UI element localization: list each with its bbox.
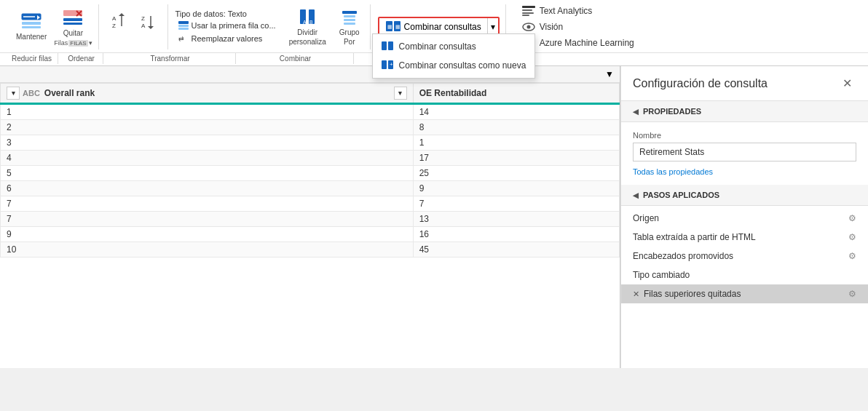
vision-icon xyxy=(522,22,535,32)
right-panel-title: Configuración de consulta xyxy=(633,77,768,90)
quitar-label: Quitar xyxy=(63,29,83,37)
table-row[interactable]: 1 14 xyxy=(1,104,620,120)
cell-overall-rank: 4 xyxy=(1,151,414,166)
mantener-quitar-col: Mantener xyxy=(12,11,51,43)
svg-rect-2 xyxy=(22,22,41,25)
mantener-button[interactable]: Mantener xyxy=(12,11,51,43)
cell-overall-rank: 10 xyxy=(1,242,414,258)
paso-item[interactable]: Origen ⚙ xyxy=(621,209,868,228)
propiedades-label: PROPIEDADES xyxy=(643,107,701,116)
quitar-button[interactable]: Quitar xyxy=(58,7,87,39)
paso-item[interactable]: Tipo cambiado xyxy=(621,266,868,284)
personalizada-label: personaliza xyxy=(289,38,326,46)
combinar-consultas-menu-item[interactable]: Combinar consultas xyxy=(373,37,535,56)
paso-item[interactable]: Tabla extraída a partir de HTML ⚙ xyxy=(621,228,868,247)
collapse-button[interactable]: ▼ xyxy=(601,68,618,81)
text-analytics-icon xyxy=(522,6,535,16)
table-row[interactable]: 4 17 xyxy=(1,151,620,166)
paso-label: Tipo cambiado xyxy=(633,270,690,280)
svg-rect-36 xyxy=(388,41,393,50)
cell-oe-rentabilidad: 1 xyxy=(413,135,619,151)
svg-text:Z: Z xyxy=(141,15,145,22)
col-filter-btn[interactable]: ▾ xyxy=(394,87,407,100)
ordenar-az-button[interactable]: A Z _ xyxy=(106,11,133,43)
grupo-icon xyxy=(341,8,358,27)
cell-overall-rank: 3 xyxy=(1,135,414,151)
cell-oe-rentabilidad: 16 xyxy=(413,227,619,242)
svg-rect-27 xyxy=(342,11,357,14)
dividir-icon: A B xyxy=(299,8,316,27)
cell-overall-rank: 7 xyxy=(1,212,414,227)
todas-propiedades-link[interactable]: Todas las propiedades xyxy=(633,167,856,176)
svg-text:A: A xyxy=(141,23,146,29)
table-row[interactable]: 10 45 xyxy=(1,242,620,258)
pasos-list: Origen ⚙ Tabla extraída a partir de HTML… xyxy=(621,206,868,306)
primera-fila-button[interactable]: Usar la primera fila co... xyxy=(175,20,279,31)
cell-oe-rentabilidad: 17 xyxy=(413,151,619,166)
nombre-input[interactable] xyxy=(633,143,856,161)
table-row[interactable]: 9 16 xyxy=(1,227,620,242)
paso-x-icon: ✕ xyxy=(633,290,639,299)
por-label: Por xyxy=(344,38,355,46)
azure-ml-item[interactable]: Azure Machine Learning xyxy=(519,36,637,49)
section-propiedades-header[interactable]: ◀ PROPIEDADES xyxy=(621,101,868,122)
filter-dropdown-btn[interactable]: ▾ xyxy=(7,87,20,100)
svg-rect-19 xyxy=(178,21,189,24)
col-header-oe-rentabilidad[interactable]: OE Rentabilidad xyxy=(413,84,619,104)
mantener-icon xyxy=(21,13,42,31)
combinar-menu-icon xyxy=(382,41,393,52)
paso-item[interactable]: ✕ Filas superiores quitadas ⚙ xyxy=(621,284,868,303)
table-wrapper[interactable]: ▾ ABC Overall rank ▾ OE Rentabilidad 1 xyxy=(0,83,620,368)
table-header-row: ▾ ABC Overall rank ▾ OE Rentabilidad xyxy=(1,84,620,104)
svg-rect-21 xyxy=(178,28,189,30)
cell-overall-rank: 5 xyxy=(1,166,414,181)
svg-rect-40 xyxy=(522,6,535,8)
paso-gear-icon[interactable]: ⚙ xyxy=(848,213,856,223)
right-panel: Configuración de consulta ✕ ◀ PROPIEDADE… xyxy=(620,66,868,368)
svg-text:▦: ▦ xyxy=(387,24,392,29)
close-panel-button[interactable]: ✕ xyxy=(838,75,856,92)
svg-rect-42 xyxy=(522,12,534,14)
table-row[interactable]: 7 7 xyxy=(1,196,620,212)
combinar-como-nueva-menu-item[interactable]: + Combinar consultas como nueva xyxy=(373,56,535,75)
grupo-button[interactable]: Grupo Por xyxy=(335,6,364,48)
paso-item[interactable]: Encabezados promovidos ⚙ xyxy=(621,247,868,266)
paso-gear-icon[interactable]: ⚙ xyxy=(848,232,856,242)
table-row[interactable]: 2 8 xyxy=(1,120,620,135)
svg-text:Z: Z xyxy=(112,23,116,29)
table-body: 1 14 2 8 3 1 4 17 5 25 6 9 7 7 7 13 9 16… xyxy=(1,104,620,258)
ordenar-za-button[interactable]: Z A _ xyxy=(135,11,162,43)
cell-oe-rentabilidad: 13 xyxy=(413,212,619,227)
paso-label: Origen xyxy=(633,213,659,223)
table-row[interactable]: 7 13 xyxy=(1,212,620,227)
dividir-button[interactable]: A B Dividir personaliza xyxy=(285,6,331,48)
svg-rect-8 xyxy=(63,23,82,25)
svg-marker-18 xyxy=(148,26,154,29)
svg-text:⇄: ⇄ xyxy=(178,35,184,42)
table-row[interactable]: 5 25 xyxy=(1,166,620,181)
combinar-icon: ▦ ▦ xyxy=(385,20,401,33)
svg-rect-7 xyxy=(63,18,82,21)
propiedades-arrow-icon: ◀ xyxy=(633,108,639,116)
svg-text:B: B xyxy=(309,20,313,25)
section-pasos-header[interactable]: ◀ PASOS APLICADOS xyxy=(621,185,868,206)
reemplazar-button[interactable]: ⇄ Reemplazar valores xyxy=(175,33,279,44)
cell-overall-rank: 1 xyxy=(1,104,414,120)
table-row[interactable]: 3 1 xyxy=(1,135,620,151)
toolbar: Mantener Quitar xyxy=(0,0,868,66)
svg-text:+: + xyxy=(390,61,393,68)
paso-gear-icon[interactable]: ⚙ xyxy=(848,251,856,261)
table-area: ▼ ▾ ABC Overall rank ▾ xyxy=(0,66,620,368)
paso-gear-icon[interactable]: ⚙ xyxy=(848,289,856,299)
combinar-dropdown-menu: Combinar consultas + Combinar consultas … xyxy=(372,33,536,79)
cell-oe-rentabilidad: 14 xyxy=(413,104,619,120)
col-type-icon: ABC xyxy=(23,89,40,97)
text-analytics-item[interactable]: Text Analytics xyxy=(519,4,637,17)
ordenar-az-icon: A Z xyxy=(111,13,127,31)
table-row[interactable]: 6 9 xyxy=(1,181,620,196)
vision-item[interactable]: Visión xyxy=(519,20,637,33)
col-header-overall-rank[interactable]: ▾ ABC Overall rank ▾ xyxy=(1,84,414,104)
paso-label: Filas superiores quitadas xyxy=(644,289,741,299)
nombre-field-label: Nombre xyxy=(633,131,856,140)
svg-marker-14 xyxy=(119,13,125,16)
